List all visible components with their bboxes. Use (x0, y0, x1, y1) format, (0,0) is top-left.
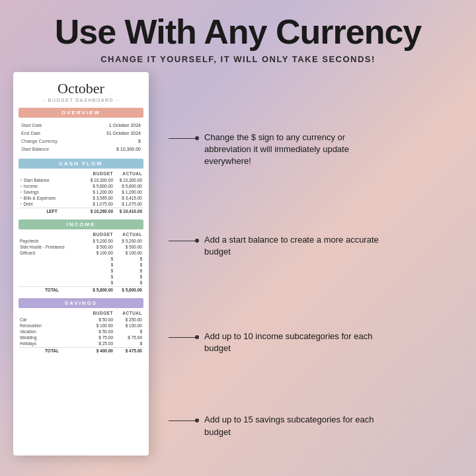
total-label: TOTAL (20, 288, 84, 292)
budget-val: $ 500.00 (84, 245, 113, 249)
savings-header: SAVINGS (19, 298, 143, 308)
label: Start Date (20, 122, 82, 128)
label: End Date (20, 130, 82, 136)
income-row-empty: $ $ (19, 274, 143, 280)
main-title: Use With Any Currency (0, 0, 476, 52)
income-row-empty: $ $ (19, 280, 143, 286)
budget-val: $ 50.00 (84, 317, 113, 322)
budget-val: $ 50.00 (84, 329, 113, 334)
value: 1 October 2024 (83, 122, 142, 128)
annotation-income: Add up to 10 income subcategories for ea… (169, 331, 463, 354)
income-total-row: TOTAL $ 5,800.00 $ 5,800.00 (19, 286, 143, 293)
actual-val: $ 100.00 (113, 251, 142, 255)
annotation-text: Add a start balance to create a more acc… (204, 234, 389, 258)
income-header: INCOME (19, 219, 143, 229)
income-col-headers: BUDGET ACTUAL (19, 232, 143, 237)
left-label: LEFT (20, 209, 84, 214)
row-label: Income (20, 184, 84, 188)
actual-val: $ 1,075.00 (113, 202, 142, 206)
budget-val: $ 3,565.00 (84, 196, 113, 200)
budget-val: $ 5,800.00 (84, 184, 113, 188)
budget-col-label: BUDGET (84, 171, 113, 176)
total-budget: $ 5,800.00 (84, 288, 113, 292)
cashflow-row: Bills & Expenses $ 3,565.00 $ 3,415.00 (19, 195, 143, 201)
annotation-balance: Add a start balance to create a more acc… (169, 234, 463, 258)
actual-val: $ (113, 280, 142, 285)
savings-row: Vacation $ 50.00 $ (19, 329, 143, 335)
annotation-dot (195, 418, 199, 422)
actual-col-label: ACTUAL (113, 232, 142, 237)
actual-val: $ (113, 329, 142, 334)
value: 31 October 2024 (83, 130, 142, 136)
savings-row: Renovation $ 100.00 $ 100.00 (19, 323, 143, 329)
cashflow-row: Start Balance $ 10,300.00 $ 10,300.00 (19, 177, 143, 183)
budget-val: $ 25.00 (84, 341, 113, 346)
annotation-line (169, 420, 195, 421)
row-label: Vacation (20, 329, 84, 334)
annotation-text: Change the $ sign to any currency or abb… (204, 132, 389, 168)
annotation-text: Add up to 15 savings subcategories for e… (204, 414, 389, 438)
cashflow-col-headers: BUDGET ACTUAL (19, 171, 143, 176)
income-section: INCOME BUDGET ACTUAL Paycheck $ 5,200.00… (19, 219, 143, 293)
value: $ (83, 138, 142, 144)
budget-val: $ 100.00 (84, 251, 113, 255)
cashflow-row: Debt $ 1,075.00 $ 1,075.00 (19, 201, 143, 207)
total-label: TOTAL (20, 348, 84, 353)
budget-val: $ 5,200.00 (84, 239, 113, 243)
subtitle: CHANGE IT YOURSELF, IT WILL ONLY TAKE SE… (0, 54, 476, 64)
total-actual: $ 475.00 (113, 348, 142, 353)
income-row-empty: $ $ (19, 256, 143, 262)
row-label: Paycheck (20, 239, 84, 243)
savings-row: Holidays $ 25.00 $ (19, 340, 143, 346)
card-subtitle: - BUDGET DASHBOARD - (19, 98, 143, 102)
row-label: Holidays (20, 341, 84, 346)
actual-val: $ 250.00 (113, 317, 142, 322)
actual-val: $ 500.00 (113, 245, 142, 249)
budget-val: $ (84, 280, 113, 285)
annotation-currency: Change the $ sign to any currency or abb… (169, 132, 463, 168)
budget-val: $ 1,200.00 (84, 190, 113, 194)
actual-col-label: ACTUAL (113, 311, 142, 315)
row-label: Side Hustle - Freelance (20, 245, 84, 249)
actual-val: $ 1,200.00 (113, 190, 142, 194)
value: $ 10,300.00 (83, 145, 142, 152)
annotation-dot (195, 136, 199, 140)
budget-val: $ (84, 268, 113, 273)
savings-row: Wedding $ 75.00 $ 75.00 (19, 335, 143, 340)
savings-total-row: TOTAL $ 400.00 $ 475.00 (19, 347, 143, 354)
savings-row: Car $ 50.00 $ 250.00 (19, 317, 143, 323)
actual-val: $ 100.00 (113, 323, 142, 328)
budget-col-label: BUDGET (84, 311, 113, 315)
row-label: Savings (20, 190, 84, 194)
left-budget: $ 10,260.00 (84, 209, 113, 214)
overview-section: OVERVIEW Start Date 1 October 2024 End D… (19, 108, 143, 153)
card-title: October (19, 80, 143, 97)
budget-val: $ (84, 274, 113, 279)
page-container: Use With Any Currency CHANGE IT YOURSELF… (0, 0, 476, 456)
dashboard-card: October - BUDGET DASHBOARD - OVERVIEW St… (13, 72, 149, 456)
annotation-line (169, 241, 195, 241)
cashflow-left-row: LEFT $ 10,260.00 $ 10,410.00 (19, 208, 143, 214)
cashflow-header: CASH FLOW (19, 159, 143, 169)
annotation-savings: Add up to 15 savings subcategories for e… (169, 414, 463, 438)
income-row: Paycheck $ 5,200.00 $ 5,200.00 (19, 238, 143, 244)
actual-val: $ (113, 268, 142, 273)
savings-section: SAVINGS BUDGET ACTUAL Car $ 50.00 $ 250.… (19, 298, 143, 354)
income-row: Side Hustle - Freelance $ 500.00 $ 500.0… (19, 244, 143, 250)
actual-val: $ (113, 341, 142, 346)
cashflow-row: Savings $ 1,200.00 $ 1,200.00 (19, 189, 143, 195)
annotation-line (169, 138, 195, 139)
annotation-dot (195, 239, 199, 243)
content-area: October - BUDGET DASHBOARD - OVERVIEW St… (0, 72, 476, 456)
total-budget: $ 400.00 (84, 348, 113, 353)
row-label: Car (20, 317, 84, 322)
budget-val: $ 10,300.00 (84, 178, 113, 182)
row-label: Start Balance (20, 178, 84, 182)
actual-val: $ (113, 257, 142, 261)
budget-val: $ 100.00 (84, 323, 113, 328)
table-row: Change Currency $ (20, 138, 142, 144)
annotation-line (169, 337, 195, 338)
table-row: Start Date 1 October 2024 (20, 122, 142, 128)
label: Change Currency (20, 138, 82, 144)
cashflow-section: CASH FLOW BUDGET ACTUAL Start Balance $ … (19, 159, 143, 214)
